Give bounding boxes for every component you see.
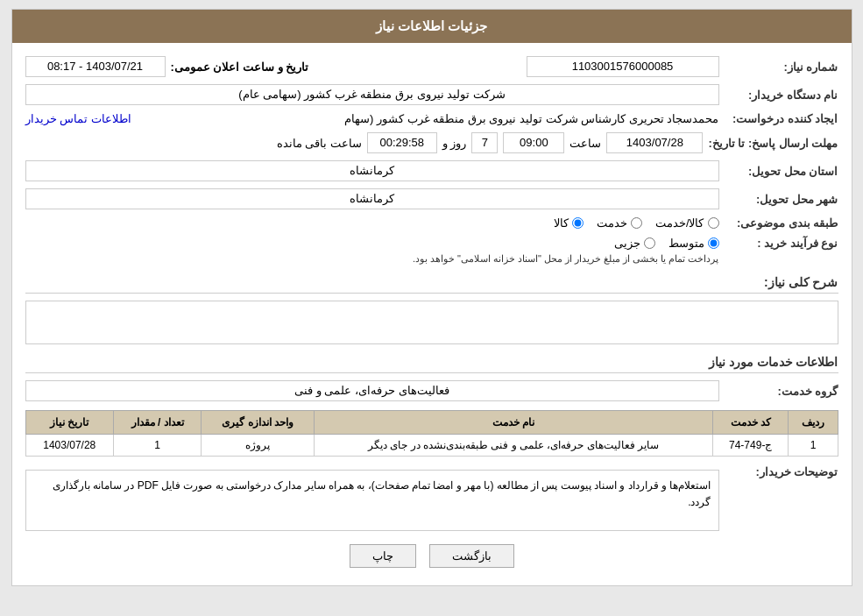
- col-header-code: کد خدمت: [712, 411, 789, 435]
- type-label-kala: کالا: [554, 216, 569, 230]
- process-radio-group: متوسط جزیی: [25, 237, 719, 250]
- deadline-remaining-label: ساعت باقی مانده: [277, 137, 362, 150]
- service-group-value: فعالیت‌های حرفه‌ای، علمی و فنی: [25, 380, 719, 401]
- announce-label: تاریخ و ساعت اعلان عمومی:: [171, 60, 309, 74]
- col-header-qty: تعداد / مقدار: [113, 411, 201, 435]
- type-label-khedmat: خدمت: [597, 216, 627, 230]
- niaz-number-value: 1103001576000085: [527, 56, 719, 77]
- province-label: استان محل تحویل:: [725, 165, 838, 178]
- creator-value: محمدسجاد تحریری کارشناس شرکت تولید نیروی…: [137, 112, 719, 125]
- process-label-jozei: جزیی: [614, 237, 640, 250]
- buyer-desc-value: استعلام‌ها و قرارداد و اسناد پیوست پس از…: [25, 470, 719, 531]
- col-header-unit: واحد اندازه گیری: [202, 411, 315, 435]
- service-table: ردیف کد خدمت نام خدمت واحد اندازه گیری ت…: [25, 410, 838, 457]
- creator-label: ایجاد کننده درخواست:: [725, 112, 838, 125]
- type-radio-kala-khedmat[interactable]: [708, 217, 719, 229]
- process-radio-jozei[interactable]: [644, 237, 655, 249]
- cell-code-0: ج-749-74: [712, 435, 789, 457]
- process-note: پرداخت تمام یا بخشی از مبلغ خریدار از مح…: [25, 253, 719, 265]
- type-option-kala[interactable]: کالا: [554, 216, 584, 230]
- deadline-date: 1403/07/28: [606, 132, 703, 153]
- button-row: بازگشت چاپ: [25, 544, 838, 568]
- contact-link[interactable]: اطلاعات تماس خریدار: [25, 112, 131, 125]
- type-label-kala-khedmat: کالا/خدمت: [655, 216, 704, 230]
- process-option-motawaset[interactable]: متوسط: [668, 237, 719, 250]
- cell-qty-0: 1: [113, 435, 201, 457]
- cell-row-0: 1: [789, 435, 838, 457]
- sherh-value: [25, 301, 838, 344]
- cell-name-0: سایر فعالیت‌های حرفه‌ای، علمی و فنی طبقه…: [314, 435, 712, 457]
- deadline-time: 09:00: [503, 132, 564, 153]
- type-label: طبقه بندی موضوعی:: [725, 216, 838, 230]
- type-radio-kala[interactable]: [572, 217, 584, 229]
- city-label: شهر محل تحویل:: [725, 193, 838, 206]
- announce-value: 1403/07/21 - 08:17: [25, 56, 166, 77]
- type-option-khedmat[interactable]: خدمت: [597, 216, 642, 230]
- deadline-time-label: ساعت: [569, 137, 601, 150]
- process-label: نوع فرآیند خرید :: [725, 237, 838, 250]
- print-button[interactable]: چاپ: [350, 544, 416, 568]
- type-option-kala-khedmat[interactable]: کالا/خدمت: [655, 216, 719, 230]
- col-header-row: ردیف: [789, 411, 838, 435]
- province-value: کرمانشاه: [25, 160, 719, 181]
- buyer-label: نام دستگاه خریدار:: [725, 89, 838, 102]
- service-table-container: ردیف کد خدمت نام خدمت واحد اندازه گیری ت…: [25, 410, 838, 457]
- service-section-title: اطلاعات خدمات مورد نیاز: [25, 355, 838, 373]
- deadline-day-label: روز و: [442, 137, 467, 150]
- process-radio-motawaset[interactable]: [708, 237, 719, 249]
- service-group-label: گروه خدمت:: [725, 385, 838, 398]
- deadline-label: مهلت ارسال پاسخ: تا تاریخ:: [708, 137, 838, 150]
- cell-unit-0: پروژه: [202, 435, 315, 457]
- deadline-remaining: 00:29:58: [367, 132, 437, 153]
- process-label-motawaset: متوسط: [668, 237, 704, 250]
- sherh-section-title: شرح کلی نیاز:: [25, 275, 838, 294]
- cell-date-0: 1403/07/28: [25, 435, 113, 457]
- buyer-desc-label: توضیحات خریدار:: [725, 465, 838, 478]
- table-row: 1 ج-749-74 سایر فعالیت‌های حرفه‌ای، علمی…: [25, 435, 838, 457]
- col-header-name: نام خدمت: [314, 411, 712, 435]
- buyer-value: شرکت تولید نیروی برق منطقه غرب کشور (سها…: [25, 84, 719, 105]
- page-title: جزئیات اطلاعات نیاز: [376, 18, 487, 33]
- page-header: جزئیات اطلاعات نیاز: [12, 10, 852, 43]
- deadline-days: 7: [471, 132, 498, 153]
- type-radio-group: کالا/خدمت خدمت کالا: [554, 216, 719, 230]
- city-value: کرمانشاه: [25, 188, 719, 209]
- col-header-date: تاریخ نیاز: [25, 411, 113, 435]
- back-button[interactable]: بازگشت: [429, 544, 514, 568]
- process-option-jozei[interactable]: جزیی: [614, 237, 655, 250]
- type-radio-khedmat[interactable]: [631, 217, 642, 229]
- niaz-number-label: شماره نیاز:: [725, 60, 838, 74]
